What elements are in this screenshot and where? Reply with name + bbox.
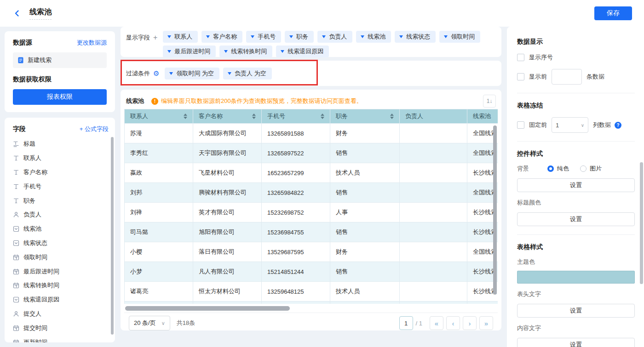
table-title: 线索池 <box>126 97 144 105</box>
gear-icon[interactable]: ⚙ <box>153 70 159 77</box>
field-item-4[interactable]: 职务 <box>13 193 109 208</box>
table-row: 嬴政飞星材料公司16523657299技术人员长沙线索 <box>125 163 498 183</box>
formula-field-link[interactable]: + 公式字段 <box>80 125 109 133</box>
fix-columns-checkbox[interactable] <box>517 121 524 129</box>
sort-order-icon[interactable]: 1↓ <box>483 95 496 108</box>
next-page-button[interactable]: › <box>463 316 477 330</box>
back-button[interactable] <box>12 8 22 18</box>
calendar-icon <box>13 254 19 261</box>
column-header-5: 线索池 <box>467 109 498 124</box>
front-unit-label: 条数据 <box>586 73 604 81</box>
field-item-13[interactable]: 提交时间 <box>13 321 109 335</box>
field-item-label: 领取时间 <box>23 253 47 262</box>
select-icon <box>13 226 19 232</box>
column-label: 联系人 <box>130 112 148 120</box>
table-cell: 腾骏材料有限公司 <box>193 183 262 203</box>
settings-scrollbar[interactable] <box>640 162 643 284</box>
table-cell <box>330 301 400 304</box>
field-item-12[interactable]: 提交人 <box>13 307 109 321</box>
datasource-title: 数据源 <box>13 39 32 47</box>
background-set-button[interactable]: 设置 <box>517 178 635 192</box>
display-field-chip-2[interactable]: 手机号 <box>246 31 281 43</box>
table-cell <box>400 242 467 262</box>
sort-arrows-icon[interactable] <box>184 114 187 119</box>
chip-label: 客户名称 <box>213 33 237 41</box>
field-item-3[interactable]: 手机号 <box>13 179 109 193</box>
sort-arrows-icon[interactable] <box>321 114 324 119</box>
table-cell: 技术人员 <box>330 282 400 301</box>
header-text-label: 表头文字 <box>517 290 635 298</box>
content-text-set-button[interactable]: 设置 <box>517 338 635 347</box>
theme-color-swatch[interactable] <box>517 271 635 284</box>
title-color-set-button[interactable]: 设置 <box>517 212 635 226</box>
display-field-chip-6[interactable]: 线索状态 <box>395 31 436 43</box>
field-item-5[interactable]: 负责人 <box>13 208 109 222</box>
column-header-3[interactable]: 职务 <box>330 109 400 124</box>
help-icon[interactable]: ? <box>615 122 621 129</box>
page-size-value: 20 条/页 <box>134 319 156 327</box>
display-field-chip-7[interactable]: 领取时间 <box>439 31 480 43</box>
field-item-9[interactable]: 最后跟进时间 <box>13 264 109 279</box>
table-cell <box>400 282 467 301</box>
add-field-button[interactable]: + <box>153 34 157 42</box>
field-item-6[interactable]: 线索池 <box>13 222 109 236</box>
page-number-input[interactable]: 1 <box>399 316 413 330</box>
column-header-1[interactable]: 客户名称 <box>193 109 262 124</box>
datasource-item[interactable]: 新建线索 <box>13 52 107 68</box>
header-text-set-button[interactable]: 设置 <box>517 304 635 318</box>
display-field-chip-10[interactable]: 线索退回原因 <box>276 46 329 57</box>
display-chips: 联系人 客户名称 手机号 职务 负责人 线索池 线索状态 领取时间 最后跟进时间… <box>161 29 496 59</box>
table-cell <box>400 163 467 183</box>
divider <box>517 141 635 142</box>
hscroll-thumb[interactable] <box>125 306 290 311</box>
display-field-chip-1[interactable]: 客户名称 <box>201 31 242 43</box>
change-datasource-link[interactable]: 更改数据源 <box>77 39 107 47</box>
chip-label: 联系人 <box>174 33 192 41</box>
field-item-7[interactable]: 线索状态 <box>13 236 109 250</box>
last-page-button[interactable]: » <box>479 316 493 330</box>
filter-condition-chip-0[interactable]: 领取时间 为空 <box>165 68 219 80</box>
filter-condition-chip-1[interactable]: 负责人 为空 <box>223 68 272 80</box>
field-item-1[interactable]: 联系人 <box>13 151 109 165</box>
sort-arrows-icon[interactable] <box>390 114 394 119</box>
image-radio[interactable] <box>580 165 586 172</box>
report-permission-button[interactable]: 报表权限 <box>13 89 107 105</box>
filter-card: 过滤条件 ⚙ 领取时间 为空 负责人 为空 <box>121 61 501 86</box>
column-header-2[interactable]: 手机号 <box>262 109 330 124</box>
field-item-11[interactable]: 线索退回原因 <box>13 293 109 307</box>
save-button[interactable]: 保存 <box>594 6 632 20</box>
table-vertical-scrollbar[interactable] <box>493 125 497 295</box>
divider <box>517 234 635 235</box>
field-item-8[interactable]: 领取时间 <box>13 250 109 264</box>
display-field-chip-0[interactable]: 联系人 <box>163 31 198 43</box>
front-count-input[interactable] <box>552 69 582 85</box>
table-cell <box>193 301 262 304</box>
preview-warning: ! 编辑界面只取数据源前200条作为查询数据预览，完整数据请访问页面查看。 <box>151 97 362 105</box>
table-cell: 凡人有限公司 <box>193 262 262 282</box>
display-field-chip-5[interactable]: 线索池 <box>356 31 391 43</box>
field-item-14[interactable]: 更新时间 <box>13 335 109 342</box>
person-icon <box>13 311 19 317</box>
display-field-chip-3[interactable]: 职务 <box>285 31 314 43</box>
page-size-select[interactable]: 20 条/页 ∨ <box>129 316 170 330</box>
data-table: 联系人 客户名称 手机号 职务 负责人 线索池 苏漫大成国际有限公司132658… <box>124 109 498 304</box>
field-item-0[interactable]: 标题 <box>13 137 109 151</box>
fix-count-select[interactable]: 1 ∨ <box>552 117 588 133</box>
display-field-chip-4[interactable]: 负责人 <box>317 31 352 43</box>
field-item-10[interactable]: 线索转换时间 <box>13 279 109 293</box>
display-field-chip-9[interactable]: 线索转换时间 <box>219 46 272 57</box>
sort-arrows-icon[interactable] <box>252 114 256 119</box>
field-item-2[interactable]: 客户名称 <box>13 165 109 180</box>
display-field-chip-8[interactable]: 最后跟进时间 <box>163 46 216 57</box>
prev-page-button[interactable]: ‹ <box>446 316 460 330</box>
fields-scrollbar[interactable] <box>111 137 114 335</box>
table-cell <box>400 143 467 163</box>
show-index-checkbox[interactable] <box>517 54 524 61</box>
table-row: 刘禅英才有限公司15232698752人事长沙线索 <box>125 203 498 222</box>
page-title[interactable]: 线索池 <box>29 7 52 20</box>
solid-color-radio[interactable] <box>547 165 554 172</box>
first-page-button[interactable]: « <box>430 316 443 330</box>
chevron-down-icon: ∨ <box>581 123 584 128</box>
column-header-0[interactable]: 联系人 <box>125 109 193 124</box>
show-front-checkbox[interactable] <box>517 73 524 80</box>
